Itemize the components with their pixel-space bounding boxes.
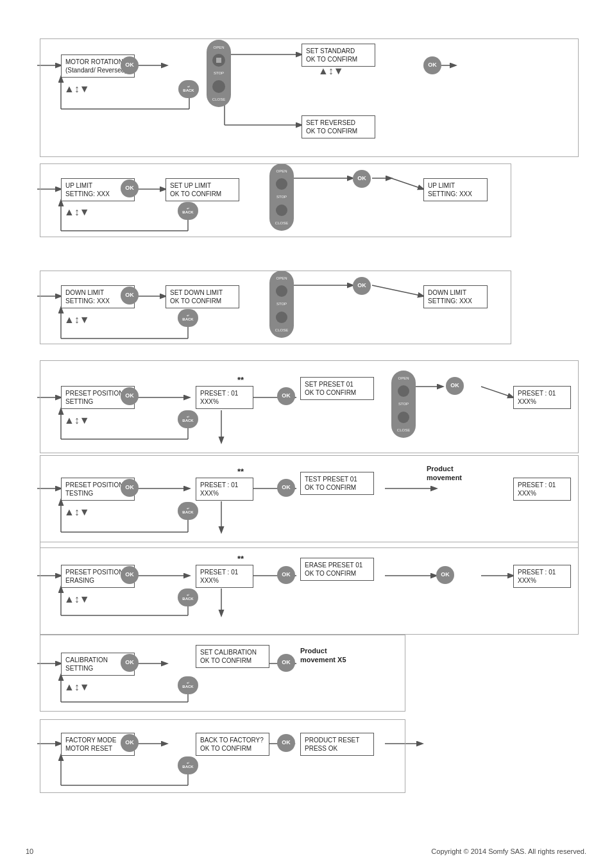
remote-row2: OPEN STOP CLOSE	[269, 163, 294, 231]
ok-btn-set-standard[interactable]: OK	[423, 56, 441, 74]
back-btn-row8[interactable]: ↵ BACK	[178, 756, 198, 774]
box-product-reset: PRODUCT RESET PRESS OK	[300, 733, 374, 756]
box-motor-rotation-line2: (Standard/ Reversed)	[65, 67, 127, 74]
nav-row1: ▲↕▼	[64, 83, 90, 95]
ok-btn-row4b[interactable]: OK	[277, 387, 295, 405]
back-btn-row1[interactable]: ↵ BACK	[178, 80, 199, 98]
double-star-row4: **	[237, 375, 244, 385]
back-btn-row2[interactable]: ↵ BACK	[178, 202, 198, 220]
ok-btn-row8b[interactable]: OK	[277, 734, 295, 752]
copyright-text: Copyright © 2014 Somfy SAS. All rights r…	[431, 847, 586, 855]
box-set-reversed: SET REVERSED OK TO CONFIRM	[302, 115, 375, 138]
svg-line-13	[391, 178, 423, 189]
back-btn-row4[interactable]: ↵ BACK	[178, 410, 198, 428]
box-set-reversed-line2: OK TO CONFIRM	[306, 128, 357, 135]
frame-row5	[40, 455, 579, 548]
page: MOTOR ROTATION: (Standard/ Reversed) ▲↕▼…	[0, 0, 612, 868]
remote-row1: OPEN STOP CLOSE	[207, 40, 231, 107]
box-set-standard: SET STANDARD OK TO CONFIRM	[302, 44, 375, 67]
ok-btn-row5b[interactable]: OK	[277, 479, 295, 497]
back-btn-row3[interactable]: ↵ BACK	[178, 309, 198, 327]
frame-row8	[40, 719, 405, 793]
box-set-preset: SET PRESET 01 OK TO CONFIRM	[300, 377, 374, 400]
ok-btn-row7b[interactable]: OK	[277, 654, 295, 672]
box-set-up-limit: SET UP LIMIT OK TO CONFIRM	[166, 178, 239, 201]
ok-btn-row2[interactable]: OK	[121, 179, 139, 197]
ok-btn-row8[interactable]: OK	[121, 734, 139, 752]
box-set-down-limit: SET DOWN LIMIT OK TO CONFIRM	[166, 285, 239, 308]
nav-row4: ▲↕▼	[64, 415, 90, 426]
box-down-limit-end: DOWN LIMIT SETTING: XXX	[423, 285, 488, 308]
product-movement-label-row5: Productmovement	[427, 464, 462, 483]
box-preset-row5: PRESET : 01 XXX%	[196, 478, 253, 501]
nav-row5: ▲↕▼	[64, 506, 90, 518]
box-preset-row4: PRESET : 01 XXX%	[196, 386, 253, 409]
box-preset-row6: PRESET : 01 XXX%	[196, 565, 253, 588]
double-star-row5: **	[237, 467, 244, 476]
back-btn-row5[interactable]: ↵ BACK	[178, 502, 198, 520]
ok-btn-row4[interactable]: OK	[121, 387, 139, 405]
remote-row4: OPEN STOP CLOSE	[391, 371, 416, 438]
box-preset-end-row6: PRESET : 01 XXX%	[513, 565, 571, 588]
double-star-row6: **	[237, 554, 244, 563]
box-test-preset: TEST PRESET 01 OK TO CONFIRM	[300, 472, 374, 495]
back-btn-row7[interactable]: ↵ BACK	[178, 676, 198, 694]
ok-btn-row6b[interactable]: OK	[277, 566, 295, 584]
box-motor-rotation-line1: MOTOR ROTATION:	[65, 58, 125, 65]
nav-row6: ▲↕▼	[64, 594, 90, 605]
box-up-limit-end: UP LIMIT SETTING: XXX	[423, 178, 488, 201]
footer: 10 Copyright © 2014 Somfy SAS. All right…	[26, 847, 586, 855]
nav-row3: ▲↕▼	[64, 314, 90, 326]
nav-set-standard: ▲↕▼	[318, 65, 344, 77]
product-movement-x5-label: Productmovement X5	[300, 646, 346, 665]
box-erase-preset: ERASE PRESET 01 OK TO CONFIRM	[300, 558, 374, 581]
back-btn-row6[interactable]: ↵ BACK	[178, 588, 198, 606]
diagram: MOTOR ROTATION: (Standard/ Reversed) ▲↕▼…	[26, 19, 586, 827]
page-number: 10	[26, 847, 33, 855]
box-preset-end-row5: PRESET : 01 XXX%	[513, 478, 571, 501]
ok-btn-row2b[interactable]: OK	[353, 170, 371, 188]
ok-btn-row6[interactable]: OK	[121, 566, 139, 584]
box-set-standard-line2: OK TO CONFIRM	[306, 56, 357, 63]
ok-btn-row3[interactable]: OK	[121, 287, 139, 305]
nav-row7: ▲↕▼	[64, 681, 90, 693]
nav-row2: ▲↕▼	[64, 206, 90, 218]
box-set-calibration: SET CALIBRATION OK TO CONFIRM	[196, 645, 269, 668]
ok-btn-row5[interactable]: OK	[121, 479, 139, 497]
box-set-standard-line1: SET STANDARD	[306, 47, 355, 54]
box-back-to-factory: BACK TO FACTORY? OK TO CONFIRM	[196, 733, 269, 756]
ok-btn-row1[interactable]: OK	[121, 56, 139, 74]
ok-btn-row4c[interactable]: OK	[446, 377, 464, 395]
ok-btn-row7[interactable]: OK	[121, 654, 139, 672]
box-preset-end-row4: PRESET : 01 XXX%	[513, 386, 571, 409]
svg-line-20	[372, 285, 423, 296]
box-set-reversed-line1: SET REVERSED	[306, 119, 355, 126]
frame-row6	[40, 542, 579, 635]
ok-btn-row3b[interactable]: OK	[353, 277, 371, 295]
ok-btn-row6c[interactable]: OK	[436, 566, 454, 584]
remote-row3: OPEN STOP CLOSE	[269, 271, 294, 338]
svg-line-30	[481, 387, 513, 397]
